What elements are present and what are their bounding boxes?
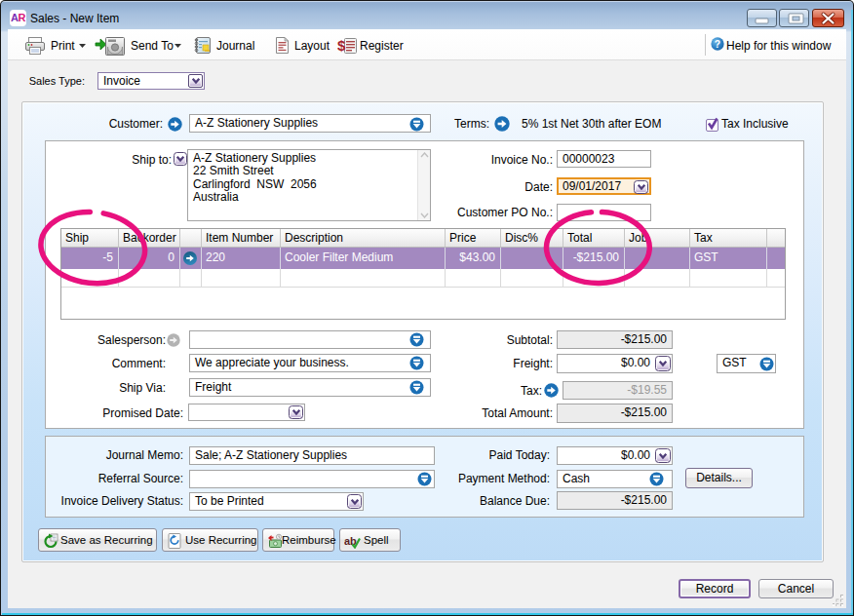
svg-text:?: ? <box>715 39 720 50</box>
svg-text:$: $ <box>337 37 346 54</box>
